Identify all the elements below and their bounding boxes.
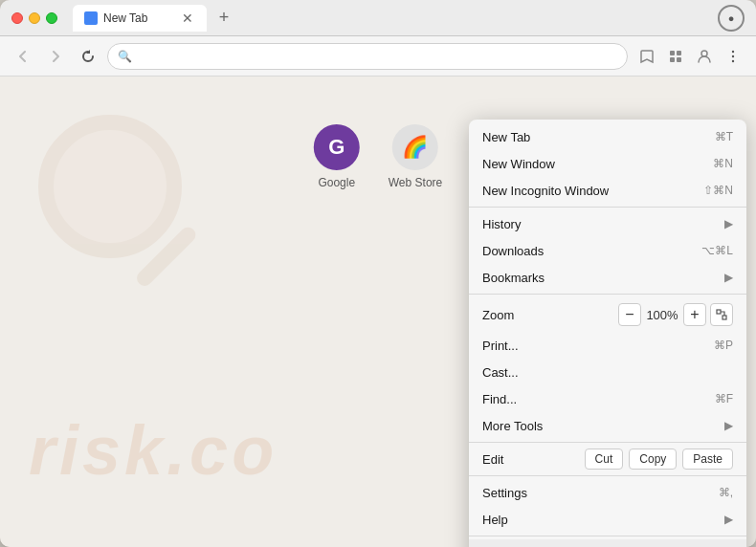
menu-item-find-shortcut: ⌘F	[715, 392, 733, 405]
menu-item-new-tab-shortcut: ⌘T	[715, 130, 733, 143]
menu-divider-1	[469, 207, 746, 208]
google-shortcut-label: Google	[318, 176, 355, 189]
menu-item-zoom-label: Zoom	[482, 308, 611, 322]
menu-item-settings[interactable]: Settings ⌘,	[469, 479, 746, 506]
title-bar: New Tab ✕ + ●	[0, 0, 756, 36]
svg-rect-2	[670, 57, 675, 62]
svg-point-6	[732, 55, 734, 56]
bookmark-button[interactable]	[634, 43, 660, 70]
menu-item-print-label: Print...	[482, 339, 706, 353]
webstore-shortcut-icon: 🌈	[392, 124, 438, 170]
new-tab-button[interactable]: +	[211, 5, 237, 32]
menu-button[interactable]	[720, 43, 746, 70]
svg-rect-9	[723, 316, 726, 319]
active-tab[interactable]: New Tab ✕	[73, 5, 207, 32]
tab-favicon	[84, 11, 98, 25]
menu-item-new-window-shortcut: ⌘N	[713, 157, 733, 170]
browser-content: risk.co G Google 🌈 Web Store New Tab	[0, 77, 756, 547]
tab-title: New Tab	[103, 11, 147, 25]
menu-item-print-shortcut: ⌘P	[714, 339, 733, 352]
zoom-minus-button[interactable]: −	[618, 303, 641, 326]
menu-item-edit-label: Edit	[482, 452, 579, 467]
menu-item-downloads[interactable]: Downloads ⌥⌘L	[469, 237, 746, 264]
menu-item-history-arrow: ▶	[724, 217, 733, 230]
menu-item-cast-label: Cast...	[482, 365, 733, 380]
webstore-shortcut[interactable]: 🌈 Web Store	[389, 124, 442, 189]
address-bar[interactable]: 🔍	[107, 43, 628, 70]
toolbar-right	[634, 43, 746, 70]
google-shortcut-icon: G	[314, 124, 360, 170]
menu-item-managed: Managed by your organisation	[469, 539, 746, 547]
menu-item-print[interactable]: Print... ⌘P	[469, 332, 746, 359]
shortcuts-area: G Google 🌈 Web Store	[314, 124, 442, 189]
menu-item-cast[interactable]: Cast...	[469, 359, 746, 385]
profile-button[interactable]	[691, 43, 718, 70]
menu-item-new-incognito[interactable]: New Incognito Window ⇧⌘N	[469, 177, 746, 204]
close-button[interactable]	[11, 12, 23, 24]
edit-paste-button[interactable]: Paste	[682, 449, 733, 470]
edit-cut-button[interactable]: Cut	[585, 449, 624, 470]
menu-item-new-tab-label: New Tab	[482, 130, 707, 144]
menu-item-history[interactable]: History ▶	[469, 210, 746, 237]
search-icon: 🔍	[118, 50, 132, 63]
address-input[interactable]	[138, 49, 617, 63]
forward-button[interactable]	[42, 43, 69, 70]
menu-item-more-tools-arrow: ▶	[724, 419, 733, 432]
edit-copy-button[interactable]: Copy	[629, 449, 677, 470]
menu-divider-2	[469, 294, 746, 295]
svg-rect-8	[717, 310, 721, 314]
zoom-plus-button[interactable]: +	[683, 303, 706, 326]
browser-window: New Tab ✕ + ● 🔍	[0, 0, 756, 547]
svg-rect-1	[677, 51, 681, 55]
menu-item-settings-shortcut: ⌘,	[719, 486, 733, 499]
context-menu: New Tab ⌘T New Window ⌘N New Incognito W…	[469, 120, 746, 547]
extensions-button[interactable]	[662, 43, 689, 70]
svg-point-7	[732, 59, 734, 61]
menu-divider-4	[469, 475, 746, 476]
menu-item-downloads-shortcut: ⌥⌘L	[701, 244, 733, 257]
menu-item-new-tab[interactable]: New Tab ⌘T	[469, 123, 746, 150]
menu-item-more-tools[interactable]: More Tools ▶	[469, 412, 746, 439]
menu-item-new-incognito-shortcut: ⇧⌘N	[703, 184, 733, 197]
menu-divider-3	[469, 442, 746, 443]
menu-item-help[interactable]: Help ▶	[469, 506, 746, 533]
svg-point-4	[701, 51, 707, 56]
traffic-lights	[11, 12, 57, 24]
menu-item-new-incognito-label: New Incognito Window	[482, 184, 696, 198]
menu-item-help-arrow: ▶	[724, 513, 733, 526]
svg-rect-0	[670, 51, 675, 55]
menu-item-zoom: Zoom − 100% +	[469, 297, 746, 332]
menu-item-bookmarks-label: Bookmarks	[482, 271, 717, 285]
magnifying-glass-watermark	[38, 115, 230, 306]
svg-point-5	[732, 50, 734, 52]
window-menu-button[interactable]: ●	[718, 5, 745, 32]
menu-item-edit-row: Edit Cut Copy Paste	[469, 446, 746, 472]
minimize-button[interactable]	[29, 12, 40, 24]
menu-item-help-label: Help	[482, 513, 717, 527]
menu-item-bookmarks-arrow: ▶	[724, 271, 733, 284]
menu-item-downloads-label: Downloads	[482, 244, 694, 258]
menu-item-new-window-label: New Window	[482, 157, 705, 171]
reload-button[interactable]	[75, 43, 101, 70]
webstore-shortcut-label: Web Store	[389, 176, 442, 189]
menu-item-settings-label: Settings	[482, 486, 711, 500]
menu-item-new-window[interactable]: New Window ⌘N	[469, 150, 746, 177]
zoom-expand-button[interactable]	[710, 303, 733, 326]
menu-item-more-tools-label: More Tools	[482, 419, 717, 433]
menu-item-history-label: History	[482, 217, 717, 231]
zoom-controls: − 100% +	[618, 303, 733, 326]
back-button[interactable]	[10, 43, 36, 70]
menu-item-find[interactable]: Find... ⌘F	[469, 385, 746, 412]
menu-item-find-label: Find...	[482, 392, 707, 406]
zoom-value: 100%	[645, 308, 679, 322]
toolbar: 🔍	[0, 36, 756, 77]
tab-area: New Tab ✕ +	[73, 5, 237, 32]
google-shortcut[interactable]: G Google	[314, 124, 360, 189]
maximize-button[interactable]	[46, 12, 57, 24]
tab-close-button[interactable]: ✕	[180, 11, 195, 26]
svg-rect-3	[677, 57, 681, 62]
menu-item-bookmarks[interactable]: Bookmarks ▶	[469, 264, 746, 291]
menu-divider-5	[469, 536, 746, 536]
